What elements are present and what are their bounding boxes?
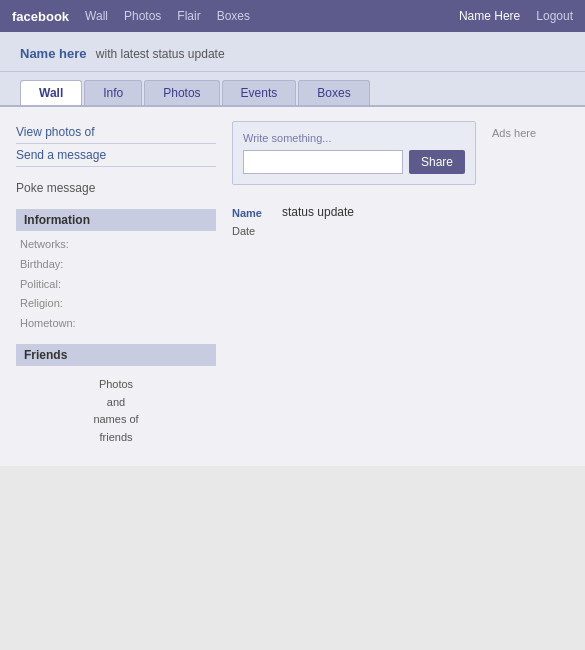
status-meta: Name Date: [232, 205, 262, 240]
tab-boxes[interactable]: Boxes: [298, 80, 369, 105]
info-hometown: Hometown:: [20, 314, 216, 334]
ads-area: Ads here: [492, 121, 585, 139]
nav-left: facebook Wall Photos Flair Boxes: [12, 9, 459, 24]
nav-wall-link[interactable]: Wall: [85, 9, 108, 23]
info-religion: Religion:: [20, 294, 216, 314]
right-column: Ads here: [492, 121, 585, 452]
information-header: Information: [16, 209, 216, 231]
info-list: Networks: Birthday: Political: Religion:…: [16, 235, 216, 334]
tab-info[interactable]: Info: [84, 80, 142, 105]
profile-name: Name here: [20, 46, 86, 61]
friends-content: Photosandnames offriends: [16, 370, 216, 452]
write-input[interactable]: [243, 150, 403, 174]
profile-tabs: Wall Info Photos Events Boxes: [0, 72, 585, 107]
profile-status: with latest status update: [96, 47, 225, 61]
top-navigation: facebook Wall Photos Flair Boxes Name He…: [0, 0, 585, 32]
profile-banner: Name here with latest status update: [0, 32, 585, 72]
nav-photos-link[interactable]: Photos: [124, 9, 161, 23]
write-box: Write something... Share: [232, 121, 476, 185]
nav-right: Name Here Logout: [459, 9, 573, 23]
write-box-label: Write something...: [243, 132, 465, 144]
poke-label: Poke message: [16, 181, 95, 195]
tab-photos[interactable]: Photos: [144, 80, 219, 105]
share-button[interactable]: Share: [409, 150, 465, 174]
status-text: status update: [282, 205, 354, 240]
tab-wall[interactable]: Wall: [20, 80, 82, 105]
entry-name: Name: [232, 205, 262, 223]
poke-section: Poke message: [16, 177, 216, 199]
left-column: View photos of Send a message Poke messa…: [16, 121, 216, 452]
view-photos-link[interactable]: View photos of: [16, 121, 216, 144]
info-birthday: Birthday:: [20, 255, 216, 275]
write-box-row: Share: [243, 150, 465, 174]
nav-flair-link[interactable]: Flair: [177, 9, 200, 23]
center-column: Write something... Share Name Date statu…: [232, 121, 476, 452]
tab-events[interactable]: Events: [222, 80, 297, 105]
nav-username: Name Here: [459, 9, 520, 23]
brand-logo: facebook: [12, 9, 69, 24]
status-entry: Name Date status update: [232, 199, 476, 246]
entry-date: Date: [232, 223, 262, 241]
nav-logout-link[interactable]: Logout: [536, 9, 573, 23]
main-content: View photos of Send a message Poke messa…: [0, 107, 585, 466]
nav-boxes-link[interactable]: Boxes: [217, 9, 250, 23]
send-message-link[interactable]: Send a message: [16, 144, 216, 167]
info-networks: Networks:: [20, 235, 216, 255]
friends-header: Friends: [16, 344, 216, 366]
info-political: Political:: [20, 275, 216, 295]
